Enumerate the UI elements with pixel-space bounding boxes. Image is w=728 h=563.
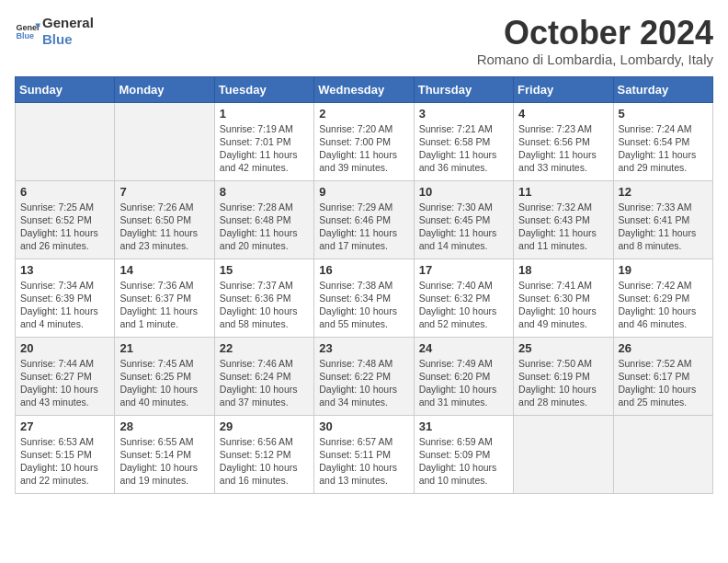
calendar-cell: 12Sunrise: 7:33 AM Sunset: 6:41 PM Dayli… [613,180,712,259]
day-info: Sunrise: 7:38 AM Sunset: 6:34 PM Dayligh… [319,279,408,331]
header-monday: Monday [115,76,214,102]
header-sunday: Sunday [16,76,115,102]
day-info: Sunrise: 7:32 AM Sunset: 6:43 PM Dayligh… [518,201,608,253]
calendar-cell: 20Sunrise: 7:44 AM Sunset: 6:27 PM Dayli… [16,337,115,415]
day-info: Sunrise: 7:37 AM Sunset: 6:36 PM Dayligh… [220,279,309,331]
calendar-cell: 25Sunrise: 7:50 AM Sunset: 6:19 PM Dayli… [514,337,613,415]
calendar-cell: 10Sunrise: 7:30 AM Sunset: 6:45 PM Dayli… [414,180,513,259]
day-number: 23 [319,341,408,355]
calendar-cell [115,102,214,180]
header-friday: Friday [514,76,613,102]
logo: General Blue General Blue [15,15,94,48]
day-info: Sunrise: 7:50 AM Sunset: 6:19 PM Dayligh… [518,357,608,409]
calendar-cell: 29Sunrise: 6:56 AM Sunset: 5:12 PM Dayli… [214,415,313,493]
day-number: 6 [20,185,109,199]
day-number: 22 [220,341,309,355]
calendar-cell: 31Sunrise: 6:59 AM Sunset: 5:09 PM Dayli… [414,415,513,493]
calendar-cell: 28Sunrise: 6:55 AM Sunset: 5:14 PM Dayli… [115,415,214,493]
logo-icon: General Blue [15,18,40,44]
day-number: 11 [518,185,608,199]
day-number: 29 [220,419,309,433]
day-number: 24 [419,341,508,355]
calendar-cell: 19Sunrise: 7:42 AM Sunset: 6:29 PM Dayli… [613,259,712,337]
day-info: Sunrise: 7:36 AM Sunset: 6:37 PM Dayligh… [119,279,209,331]
calendar-cell: 14Sunrise: 7:36 AM Sunset: 6:37 PM Dayli… [115,259,214,337]
calendar-cell: 13Sunrise: 7:34 AM Sunset: 6:39 PM Dayli… [16,259,115,337]
day-info: Sunrise: 7:48 AM Sunset: 6:22 PM Dayligh… [319,357,408,409]
day-info: Sunrise: 7:41 AM Sunset: 6:30 PM Dayligh… [518,279,608,331]
day-number: 13 [20,263,109,277]
day-number: 30 [319,419,408,433]
day-number: 31 [419,419,508,433]
header-wednesday: Wednesday [314,76,414,102]
calendar-header: SundayMondayTuesdayWednesdayThursdayFrid… [16,76,713,102]
month-title: October 2024 [477,15,713,52]
calendar-cell: 17Sunrise: 7:40 AM Sunset: 6:32 PM Dayli… [414,259,513,337]
header-thursday: Thursday [414,76,513,102]
calendar-cell: 30Sunrise: 6:57 AM Sunset: 5:11 PM Dayli… [314,415,414,493]
day-number: 3 [419,107,508,121]
calendar-body: 1Sunrise: 7:19 AM Sunset: 7:01 PM Daylig… [16,102,713,493]
calendar-cell [514,415,613,493]
calendar-cell: 23Sunrise: 7:48 AM Sunset: 6:22 PM Dayli… [314,337,414,415]
calendar-cell: 15Sunrise: 7:37 AM Sunset: 6:36 PM Dayli… [214,259,313,337]
day-info: Sunrise: 7:42 AM Sunset: 6:29 PM Dayligh… [619,279,708,331]
day-number: 5 [619,107,708,121]
day-number: 7 [119,185,209,199]
day-info: Sunrise: 7:40 AM Sunset: 6:32 PM Dayligh… [419,279,508,331]
day-info: Sunrise: 7:52 AM Sunset: 6:17 PM Dayligh… [619,357,708,409]
day-number: 18 [518,263,608,277]
day-number: 16 [319,263,408,277]
calendar-cell: 4Sunrise: 7:23 AM Sunset: 6:56 PM Daylig… [514,102,613,180]
calendar-cell [16,102,115,180]
day-info: Sunrise: 7:19 AM Sunset: 7:01 PM Dayligh… [220,122,309,175]
day-info: Sunrise: 7:20 AM Sunset: 7:00 PM Dayligh… [319,122,408,175]
day-info: Sunrise: 7:34 AM Sunset: 6:39 PM Dayligh… [20,279,109,331]
calendar-cell: 2Sunrise: 7:20 AM Sunset: 7:00 PM Daylig… [314,102,414,180]
day-number: 9 [319,185,408,199]
calendar-cell: 8Sunrise: 7:28 AM Sunset: 6:48 PM Daylig… [214,180,313,259]
day-number: 15 [220,263,309,277]
header-saturday: Saturday [613,76,712,102]
day-number: 20 [20,341,109,355]
calendar-cell: 24Sunrise: 7:49 AM Sunset: 6:20 PM Dayli… [414,337,513,415]
logo-line2: Blue [42,31,94,48]
day-info: Sunrise: 7:24 AM Sunset: 6:54 PM Dayligh… [619,122,708,175]
day-number: 28 [119,419,209,433]
header-tuesday: Tuesday [214,76,313,102]
calendar-cell: 16Sunrise: 7:38 AM Sunset: 6:34 PM Dayli… [314,259,414,337]
header-row: SundayMondayTuesdayWednesdayThursdayFrid… [16,76,713,102]
calendar-cell: 27Sunrise: 6:53 AM Sunset: 5:15 PM Dayli… [16,415,115,493]
day-number: 25 [518,341,608,355]
calendar-cell: 21Sunrise: 7:45 AM Sunset: 6:25 PM Dayli… [115,337,214,415]
day-info: Sunrise: 7:29 AM Sunset: 6:46 PM Dayligh… [319,201,408,253]
day-info: Sunrise: 7:25 AM Sunset: 6:52 PM Dayligh… [20,201,109,253]
calendar-cell [613,415,712,493]
day-info: Sunrise: 6:53 AM Sunset: 5:15 PM Dayligh… [20,435,109,488]
calendar-cell: 6Sunrise: 7:25 AM Sunset: 6:52 PM Daylig… [16,180,115,259]
week-row: 1Sunrise: 7:19 AM Sunset: 7:01 PM Daylig… [16,102,713,180]
calendar-cell: 26Sunrise: 7:52 AM Sunset: 6:17 PM Dayli… [613,337,712,415]
day-number: 10 [419,185,508,199]
day-number: 14 [119,263,209,277]
day-number: 27 [20,419,109,433]
day-info: Sunrise: 7:44 AM Sunset: 6:27 PM Dayligh… [20,357,109,409]
calendar-cell: 11Sunrise: 7:32 AM Sunset: 6:43 PM Dayli… [514,180,613,259]
day-number: 1 [220,107,309,121]
day-info: Sunrise: 6:55 AM Sunset: 5:14 PM Dayligh… [119,435,209,488]
day-number: 12 [619,185,708,199]
day-number: 19 [619,263,708,277]
day-info: Sunrise: 6:57 AM Sunset: 5:11 PM Dayligh… [319,435,408,488]
week-row: 20Sunrise: 7:44 AM Sunset: 6:27 PM Dayli… [16,337,713,415]
day-info: Sunrise: 7:30 AM Sunset: 6:45 PM Dayligh… [419,201,508,253]
day-info: Sunrise: 7:49 AM Sunset: 6:20 PM Dayligh… [419,357,508,409]
calendar-cell: 5Sunrise: 7:24 AM Sunset: 6:54 PM Daylig… [613,102,712,180]
day-info: Sunrise: 7:33 AM Sunset: 6:41 PM Dayligh… [619,201,708,253]
day-info: Sunrise: 6:59 AM Sunset: 5:09 PM Dayligh… [419,435,508,488]
day-info: Sunrise: 7:23 AM Sunset: 6:56 PM Dayligh… [518,122,608,175]
calendar-cell: 22Sunrise: 7:46 AM Sunset: 6:24 PM Dayli… [214,337,313,415]
day-info: Sunrise: 6:56 AM Sunset: 5:12 PM Dayligh… [220,435,309,488]
location: Romano di Lombardia, Lombardy, Italy [477,52,713,67]
day-number: 2 [319,107,408,121]
calendar-cell: 9Sunrise: 7:29 AM Sunset: 6:46 PM Daylig… [314,180,414,259]
